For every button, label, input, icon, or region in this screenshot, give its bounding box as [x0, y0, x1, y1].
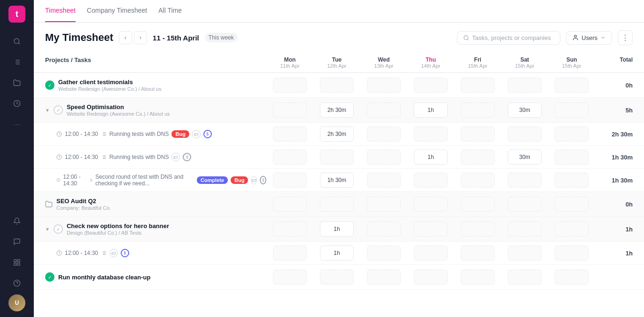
sun-cell[interactable]	[548, 173, 595, 188]
time-input[interactable]	[555, 197, 589, 212]
time-input[interactable]: 30m	[508, 103, 542, 118]
tue-cell[interactable]	[313, 78, 360, 93]
thu-cell[interactable]: 1h	[407, 103, 454, 118]
more-options-button[interactable]: ⋮	[618, 30, 633, 45]
billable-icon[interactable]: $	[121, 249, 129, 257]
sun-cell[interactable]	[548, 78, 595, 93]
time-input[interactable]	[367, 269, 401, 285]
time-input[interactable]	[273, 127, 307, 142]
time-input[interactable]	[508, 222, 542, 237]
time-input[interactable]	[273, 197, 307, 212]
time-input[interactable]	[555, 78, 589, 93]
users-dropdown[interactable]: Users	[566, 31, 612, 45]
time-input[interactable]	[273, 150, 307, 165]
wed-cell[interactable]	[360, 150, 407, 165]
tue-cell[interactable]: 1h	[313, 222, 360, 237]
time-input[interactable]	[508, 173, 542, 188]
time-input[interactable]	[461, 150, 495, 165]
mon-cell[interactable]	[266, 269, 313, 285]
time-input[interactable]	[508, 246, 542, 261]
time-input[interactable]: 1h	[320, 222, 354, 237]
wed-cell[interactable]	[360, 197, 407, 212]
time-input[interactable]	[555, 269, 589, 285]
sat-cell[interactable]	[501, 197, 548, 212]
time-input[interactable]	[367, 150, 401, 165]
wed-cell[interactable]	[360, 222, 407, 237]
thu-cell[interactable]	[407, 197, 454, 212]
tue-cell[interactable]	[313, 150, 360, 165]
time-input[interactable]	[273, 269, 307, 285]
sidebar-item-time[interactable]	[8, 94, 26, 113]
time-input[interactable]	[273, 222, 307, 237]
time-input[interactable]	[367, 103, 401, 118]
sidebar-item-list[interactable]	[8, 53, 26, 71]
time-input[interactable]	[508, 127, 542, 142]
sat-cell[interactable]	[501, 269, 548, 285]
time-input[interactable]	[320, 78, 354, 93]
time-input[interactable]	[508, 197, 542, 212]
mon-cell[interactable]	[266, 197, 313, 212]
sat-cell[interactable]	[501, 78, 548, 93]
thu-cell[interactable]	[407, 78, 454, 93]
fri-cell[interactable]	[454, 127, 501, 142]
sat-cell[interactable]	[501, 246, 548, 261]
time-input[interactable]	[461, 269, 495, 285]
sat-cell[interactable]: 30m	[501, 103, 548, 118]
time-input[interactable]	[414, 197, 448, 212]
billable-icon[interactable]: $	[203, 130, 212, 138]
sidebar-item-folder[interactable]	[8, 73, 26, 92]
wed-cell[interactable]	[360, 78, 407, 93]
time-input[interactable]	[367, 173, 401, 188]
time-input[interactable]	[367, 127, 401, 142]
mon-cell[interactable]	[266, 222, 313, 237]
tab-company-timesheet[interactable]: Company Timesheet	[87, 0, 147, 22]
sidebar-item-chat[interactable]	[8, 232, 26, 251]
time-input[interactable]	[555, 103, 589, 118]
time-input[interactable]	[414, 127, 448, 142]
fri-cell[interactable]	[454, 78, 501, 93]
time-input[interactable]	[273, 78, 307, 93]
mon-cell[interactable]	[266, 246, 313, 261]
time-input[interactable]	[414, 78, 448, 93]
billable-icon[interactable]: $	[260, 176, 266, 184]
time-input[interactable]: 1h	[414, 103, 448, 118]
time-input[interactable]	[367, 197, 401, 212]
wed-cell[interactable]	[360, 127, 407, 142]
time-input[interactable]	[461, 222, 495, 237]
time-input[interactable]	[273, 103, 307, 118]
time-input[interactable]	[414, 246, 448, 261]
sidebar-item-more[interactable]: ···	[8, 115, 26, 134]
time-input[interactable]	[414, 269, 448, 285]
time-input[interactable]	[320, 150, 354, 165]
tab-all-time[interactable]: All Time	[158, 0, 182, 22]
sat-cell[interactable]	[501, 127, 548, 142]
time-input[interactable]	[461, 103, 495, 118]
time-input[interactable]	[461, 127, 495, 142]
tab-timesheet[interactable]: Timesheet	[45, 0, 76, 22]
sat-cell[interactable]	[501, 173, 548, 188]
thu-cell[interactable]	[407, 269, 454, 285]
prev-week-button[interactable]: ‹	[119, 31, 132, 44]
time-input[interactable]: 1h	[414, 150, 448, 165]
time-input[interactable]	[273, 173, 307, 188]
time-input[interactable]	[414, 222, 448, 237]
fri-cell[interactable]	[454, 269, 501, 285]
time-input[interactable]	[555, 127, 589, 142]
sat-cell[interactable]	[501, 222, 548, 237]
time-input[interactable]	[461, 78, 495, 93]
fri-cell[interactable]	[454, 150, 501, 165]
search-box[interactable]: Tasks, projects or companies	[457, 31, 560, 45]
wed-cell[interactable]	[360, 103, 407, 118]
time-input[interactable]	[367, 78, 401, 93]
time-input[interactable]	[273, 246, 307, 261]
tue-cell[interactable]	[313, 269, 360, 285]
wed-cell[interactable]	[360, 173, 407, 188]
time-input[interactable]	[555, 173, 589, 188]
fri-cell[interactable]	[454, 246, 501, 261]
thu-cell[interactable]	[407, 127, 454, 142]
thu-cell[interactable]: 1h	[407, 150, 454, 165]
time-input[interactable]: 2h 30m	[320, 127, 354, 142]
thu-cell[interactable]	[407, 222, 454, 237]
thu-cell[interactable]	[407, 246, 454, 261]
fri-cell[interactable]	[454, 103, 501, 118]
